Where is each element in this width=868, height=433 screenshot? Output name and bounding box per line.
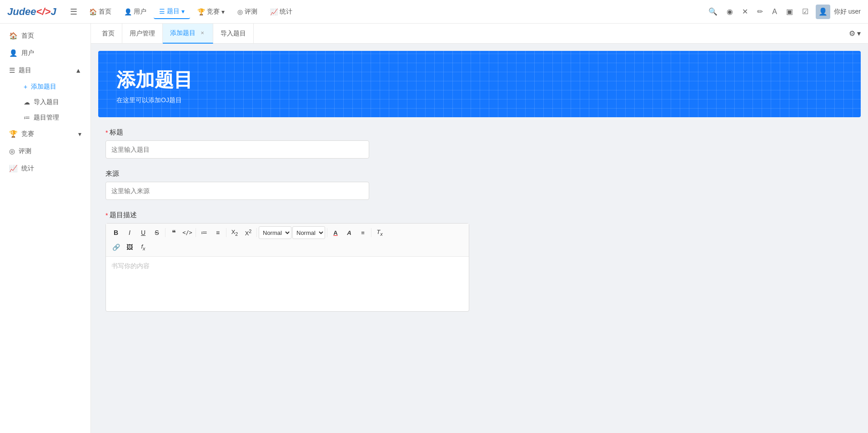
title-label: * 标题: [105, 128, 486, 137]
align-icon: ≡: [361, 229, 365, 236]
editor-placeholder: 书写你的内容: [111, 262, 150, 269]
title-input[interactable]: [105, 140, 369, 159]
user-menu[interactable]: 👤 你好 user: [816, 5, 861, 19]
font-color-button[interactable]: A: [329, 226, 342, 239]
hamburger-button[interactable]: ☰: [65, 4, 82, 20]
target-icon[interactable]: ◉: [725, 5, 735, 18]
font-size-select[interactable]: Normal: [259, 226, 291, 239]
italic-icon: I: [129, 229, 130, 236]
nav-home[interactable]: 🏠 首页: [84, 5, 117, 19]
sidebar-contest-label: 竞赛: [21, 130, 34, 138]
sidebar-item-problem-manage[interactable]: ≔ 题目管理: [7, 110, 90, 125]
highlight-icon: A: [347, 229, 351, 236]
formula-button[interactable]: fx: [137, 241, 150, 254]
strikethrough-button[interactable]: S: [151, 226, 163, 239]
sidebar-home-icon: 🏠: [9, 32, 18, 40]
tab-import-problem[interactable]: 导入题目: [213, 24, 254, 44]
form-group-desc: * 题目描述 B I: [105, 211, 486, 312]
bullet-list-button[interactable]: ≡: [211, 226, 224, 239]
quote-icon: ❝: [172, 229, 176, 237]
close-icon[interactable]: ✕: [740, 5, 750, 18]
nav-contest[interactable]: 🏆 竞赛 ▾: [192, 5, 230, 19]
font-family-select[interactable]: Normal: [292, 226, 325, 239]
nav-stats-label: 统计: [280, 8, 292, 16]
nav-problem[interactable]: ☰ 题目 ▾: [154, 5, 190, 19]
settings-gear-icon: ⚙: [849, 29, 855, 38]
font-icon[interactable]: A: [770, 6, 779, 18]
checkbox-icon[interactable]: ☑: [800, 5, 810, 18]
nav-contest-label: 竞赛: [207, 8, 220, 16]
tab-home[interactable]: 首页: [95, 24, 122, 44]
judge-nav-icon: ◎: [237, 8, 243, 15]
highlight-button[interactable]: A: [343, 226, 356, 239]
source-input[interactable]: [105, 182, 369, 200]
sidebar-item-contest[interactable]: 🏆 竞赛 ▾: [0, 125, 90, 143]
italic-button[interactable]: I: [123, 226, 136, 239]
nav-home-label: 首页: [99, 8, 111, 16]
settings-chevron-icon: ▾: [857, 29, 861, 38]
tab-add-problem[interactable]: 添加题目 ✕: [163, 24, 213, 44]
edit-icon[interactable]: ✏: [755, 5, 765, 18]
sidebar-stats-icon: 📈: [9, 164, 18, 173]
grid-icon[interactable]: ▣: [784, 5, 795, 18]
title-label-text: 标题: [110, 128, 123, 137]
tab-bar: 首页 用户管理 添加题目 ✕ 导入题目 ⚙ ▾: [91, 24, 868, 44]
tab-add-problem-label: 添加题目: [170, 29, 196, 37]
tab-add-problem-close[interactable]: ✕: [199, 30, 206, 36]
sidebar-problem-submenu: + 添加题目 ☁ 导入题目 ≔ 题目管理: [0, 79, 90, 125]
superscript-button[interactable]: X2: [242, 226, 255, 239]
tab-user-manage[interactable]: 用户管理: [122, 24, 163, 44]
sidebar-add-problem-label: 添加题目: [31, 83, 56, 91]
link-button[interactable]: 🔗: [110, 241, 122, 254]
code-icon: </>: [182, 229, 192, 236]
sidebar-contest-left: 🏆 竞赛: [9, 130, 34, 138]
clear-format-button[interactable]: Tx: [373, 226, 386, 239]
subscript-button[interactable]: X2: [228, 226, 241, 239]
desc-required-mark: *: [105, 212, 108, 219]
top-navigation: Judee</>J ☰ 🏠 首页 👤 用户 ☰ 题目 ▾ 🏆 竞赛 ▾ ◎ 评测…: [0, 0, 868, 24]
code-button[interactable]: </>: [181, 226, 194, 239]
sidebar-item-home[interactable]: 🏠 首页: [0, 27, 90, 45]
image-button[interactable]: 🖼: [123, 241, 136, 254]
sidebar-item-add-problem[interactable]: + 添加题目: [7, 79, 90, 95]
tab-import-problem-label: 导入题目: [221, 30, 246, 38]
nav-user[interactable]: 👤 用户: [119, 5, 152, 19]
sidebar-problem-icon: ☰: [9, 66, 15, 75]
sidebar-problem-manage-icon: ≔: [24, 114, 30, 121]
nav-user-label: 用户: [134, 8, 146, 16]
align-button[interactable]: ≡: [356, 226, 369, 239]
form-group-title: * 标题: [105, 128, 486, 159]
toolbar-sep-1: [165, 228, 166, 237]
user-avatar: 👤: [816, 5, 830, 19]
editor-body[interactable]: 书写你的内容: [106, 257, 469, 311]
sidebar-item-stats[interactable]: 📈 统计: [0, 160, 90, 177]
sidebar-item-user[interactable]: 👤 用户: [0, 45, 90, 62]
home-nav-icon: 🏠: [89, 8, 97, 15]
toolbar-sep-6: [371, 228, 371, 237]
nav-judge-label: 评测: [245, 8, 257, 16]
search-icon[interactable]: 🔍: [707, 5, 719, 18]
sidebar-item-judge[interactable]: ◎ 评测: [0, 143, 90, 160]
sidebar-problem-label: 题目: [19, 66, 31, 75]
sidebar-import-problem-icon: ☁: [24, 99, 30, 106]
formula-icon: fx: [141, 243, 145, 251]
sidebar-problem-left: ☰ 题目: [9, 66, 31, 75]
clear-format-icon: Tx: [376, 229, 382, 237]
sidebar: 🏠 首页 👤 用户 ☰ 题目 ▲ + 添加题目 ☁ 导入题目 ≔: [0, 24, 91, 433]
nav-stats[interactable]: 📈 统计: [265, 5, 298, 19]
main-layout: 🏠 首页 👤 用户 ☰ 题目 ▲ + 添加题目 ☁ 导入题目 ≔: [0, 24, 868, 433]
blockquote-button[interactable]: ❝: [167, 226, 180, 239]
ordered-list-button[interactable]: ≔: [198, 226, 211, 239]
problem-nav-dropdown-icon: ▾: [181, 8, 185, 15]
toolbar-sep-5: [327, 228, 327, 237]
bold-button[interactable]: B: [110, 226, 122, 239]
sidebar-item-problem[interactable]: ☰ 题目 ▲: [0, 62, 90, 79]
tab-home-label: 首页: [102, 30, 115, 38]
desc-label-text: 题目描述: [110, 211, 137, 219]
underline-button[interactable]: U: [137, 226, 150, 239]
tab-settings-button[interactable]: ⚙ ▾: [845, 27, 864, 40]
stats-nav-icon: 📈: [270, 8, 278, 15]
sidebar-item-import-problem[interactable]: ☁ 导入题目: [7, 95, 90, 110]
nav-judge[interactable]: ◎ 评测: [232, 5, 263, 19]
content-area: 首页 用户管理 添加题目 ✕ 导入题目 ⚙ ▾ 添加题目 在这里可以添加OJ题目: [91, 24, 868, 433]
